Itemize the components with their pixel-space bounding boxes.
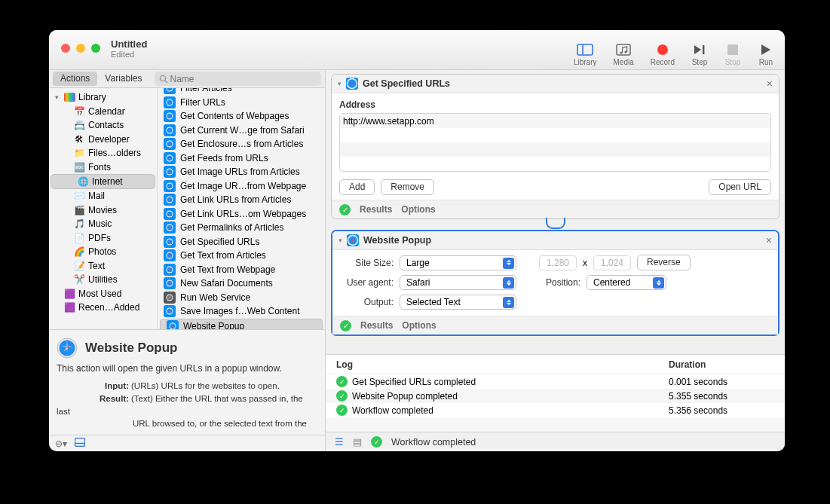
output-label: Output: — [341, 297, 394, 307]
reverse-button[interactable]: Reverse — [637, 255, 691, 270]
action-item[interactable]: Run Web Service — [158, 291, 325, 305]
step-button[interactable]: Step — [691, 42, 708, 66]
svg-point-5 — [657, 44, 668, 55]
safari-action-icon — [164, 180, 176, 192]
tree-item-music[interactable]: 🎵Music — [51, 217, 155, 231]
position-select[interactable]: Centered — [587, 275, 666, 290]
connector — [331, 220, 779, 229]
url-table[interactable]: http://www.setapp.com — [339, 113, 771, 172]
search-field[interactable] — [155, 72, 322, 86]
window-toggle-icon[interactable] — [75, 438, 85, 449]
run-button[interactable]: Run — [758, 42, 774, 66]
tree-item-pdfs[interactable]: 📄PDFs — [51, 231, 155, 246]
library-button[interactable]: Library — [574, 42, 597, 66]
safari-action-icon — [164, 138, 176, 150]
check-icon: ✓ — [336, 405, 348, 416]
safari-action-icon — [164, 96, 176, 108]
search-input[interactable] — [170, 74, 317, 84]
open-url-button[interactable]: Open URL — [709, 179, 771, 195]
tree-item-mostused[interactable]: 🟪Most Used — [51, 287, 155, 301]
action-info: Website Popup This action will open the … — [49, 329, 325, 435]
action-item[interactable]: Get Current W…ge from Safari — [158, 124, 325, 138]
user-agent-select[interactable]: Safari — [400, 275, 516, 290]
record-icon — [654, 42, 671, 57]
detail-view-icon[interactable]: ▤ — [353, 436, 362, 447]
left-statusbar: ⊖▾ — [49, 435, 325, 451]
results-tab[interactable]: Results — [360, 320, 393, 331]
height-field[interactable]: 1,024 — [593, 255, 631, 270]
options-tab[interactable]: Options — [402, 320, 436, 331]
output-select[interactable]: Selected Text — [400, 295, 516, 310]
titlebar: Untitled Edited Library Media Record Ste… — [49, 30, 785, 70]
tree-item-contacts[interactable]: 📇Contacts — [51, 118, 155, 133]
tree-item-utilities[interactable]: ✂️Utilities — [51, 273, 155, 287]
tree-item-text[interactable]: 📝Text — [51, 259, 155, 273]
status-message: Workflow completed — [391, 437, 476, 447]
action-item[interactable]: Get Link URLs from Articles — [158, 193, 325, 207]
tree-item-filesolders[interactable]: 📁Files…olders — [51, 146, 155, 160]
log-row[interactable]: ✓Website Popup completed5.355 seconds — [326, 389, 785, 403]
tab-variables[interactable]: Variables — [97, 72, 149, 86]
site-size-select[interactable]: Large — [400, 255, 516, 270]
card-header[interactable]: ▾ Get Specified URLs × — [332, 75, 779, 93]
action-item[interactable]: Get Link URLs…om Webpages — [158, 207, 325, 221]
record-button[interactable]: Record — [651, 42, 675, 66]
action-item[interactable]: Website Popup — [160, 319, 323, 330]
tree-item-recenadded[interactable]: 🟪Recen…Added — [51, 301, 155, 315]
action-item[interactable]: Get Feeds from URLs — [158, 151, 325, 166]
action-item[interactable]: Get Text from Webpage — [158, 263, 325, 277]
action-item[interactable]: Get Specified URLs — [158, 235, 325, 249]
tab-actions[interactable]: Actions — [53, 72, 97, 86]
close-card-icon[interactable]: × — [767, 78, 773, 90]
chevron-down-icon: ▾ — [338, 237, 342, 244]
select-arrows-icon — [503, 277, 514, 289]
action-item[interactable]: Save Images f…Web Content — [158, 304, 325, 319]
remove-button[interactable]: Remove — [381, 179, 434, 195]
window-subtitle: Edited — [111, 50, 147, 59]
media-button[interactable]: Media — [614, 42, 634, 66]
add-button[interactable]: Add — [339, 179, 375, 195]
category-icon: 🎵 — [73, 218, 85, 230]
action-item[interactable]: Get Image UR…from Webpage — [158, 179, 325, 194]
action-item[interactable]: New Safari Documents — [158, 276, 325, 291]
check-icon: ✓ — [336, 390, 348, 402]
action-item[interactable]: Get Contents of Webpages — [158, 109, 325, 124]
action-item[interactable]: Get Image URLs from Articles — [158, 165, 325, 179]
workflow-area[interactable]: ▾ Get Specified URLs × Address http://ww… — [326, 70, 785, 354]
fullscreen-window-button[interactable] — [91, 44, 100, 53]
category-tree[interactable]: ▾ Library 📅Calendar📇Contacts🛠Developer📁F… — [49, 88, 157, 329]
log-panel: Log Duration ✓Get Specified URLs complet… — [326, 354, 785, 432]
tree-item-photos[interactable]: 🌈Photos — [51, 245, 155, 259]
action-item[interactable]: Get Text from Articles — [158, 249, 325, 263]
tree-item-developer[interactable]: 🛠Developer — [51, 133, 155, 147]
tree-root[interactable]: ▾ Library — [51, 90, 155, 105]
close-window-button[interactable] — [61, 44, 70, 53]
action-item[interactable]: Filter Articles — [158, 88, 325, 96]
action-item[interactable]: Get Permalinks of Articles — [158, 221, 325, 235]
log-row[interactable]: ✓Workflow completed5.356 seconds — [326, 403, 785, 417]
gear-menu[interactable]: ⊖▾ — [55, 438, 67, 449]
title-block: Untitled Edited — [111, 38, 147, 59]
log-row[interactable]: ✓Get Specified URLs completed0.001 secon… — [326, 374, 785, 389]
tree-item-internet[interactable]: 🌐Internet — [51, 174, 155, 189]
list-view-icon[interactable]: ☰ — [335, 436, 344, 447]
safari-action-icon — [164, 208, 176, 220]
tree-item-fonts[interactable]: 🔤Fonts — [51, 160, 155, 175]
actions-list[interactable]: Filter ArticlesFilter URLsGet Contents o… — [157, 88, 325, 329]
safari-action-icon — [164, 166, 176, 178]
minimize-window-button[interactable] — [76, 44, 85, 53]
close-card-icon[interactable]: × — [766, 234, 772, 246]
tree-item-movies[interactable]: 🎬Movies — [51, 203, 155, 218]
category-icon: 🌐 — [77, 176, 89, 188]
action-item[interactable]: Get Enclosure…s from Articles — [158, 137, 325, 151]
action-card-website-popup: ▾ Website Popup × Site Size: Large 1,280… — [331, 230, 779, 336]
results-tab[interactable]: Results — [360, 204, 392, 215]
options-tab[interactable]: Options — [401, 204, 435, 215]
tree-item-mail[interactable]: ✉️Mail — [51, 189, 155, 203]
action-item[interactable]: Filter URLs — [158, 96, 325, 110]
step-icon — [691, 42, 708, 57]
tree-item-calendar[interactable]: 📅Calendar — [51, 105, 155, 119]
width-field[interactable]: 1,280 — [539, 255, 577, 270]
safari-action-icon — [167, 320, 179, 330]
url-row[interactable]: http://www.setapp.com — [340, 114, 770, 128]
